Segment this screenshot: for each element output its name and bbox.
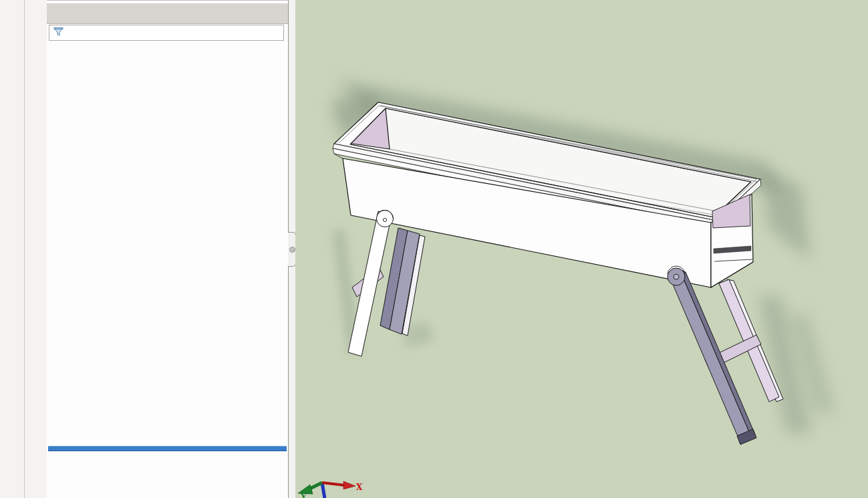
tab-overflow-button[interactable] — [275, 5, 284, 18]
solidworks-window: { "colors": { "viewport_bg": "#c9d4ba", … — [0, 0, 868, 498]
view-toolbar — [25, 0, 47, 498]
bbq-grill-model: X Y — [295, 0, 868, 498]
left-pivot-hole — [383, 218, 386, 221]
featuremanager-panel — [47, 0, 289, 498]
y-axis-label: Y — [300, 493, 307, 498]
feature-tree — [47, 43, 288, 445]
assembly-toolbar — [0, 0, 25, 498]
tree-filter-input[interactable] — [49, 25, 284, 41]
splitter-grip-icon — [289, 247, 295, 253]
x-axis-label: X — [356, 483, 363, 492]
graphics-viewport[interactable]: X Y — [295, 0, 868, 498]
right-pivot-hole — [674, 274, 679, 279]
featuremanager-tab-bar — [47, 3, 288, 24]
rollback-bar[interactable] — [48, 446, 287, 451]
filter-funnel-icon[interactable] — [53, 26, 64, 40]
